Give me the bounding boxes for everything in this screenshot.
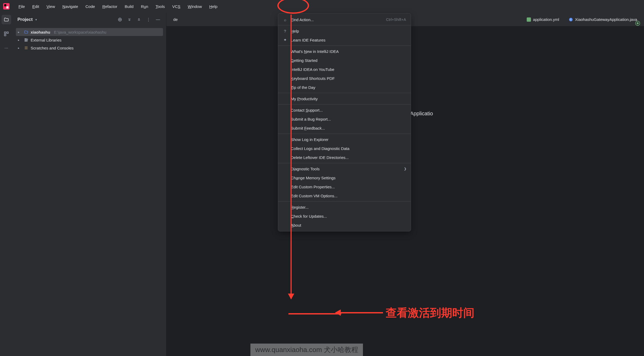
menu-edit-vm[interactable]: Edit Custom VM Options... [278,191,411,200]
menu-file[interactable]: File [15,3,29,10]
scratches-label: Scratches and Consoles [31,46,74,50]
menu-tools[interactable]: Tools [152,3,169,10]
menu-whats-new[interactable]: What's New in IntelliJ IDEA [278,47,411,56]
menu-about[interactable]: About [278,221,411,230]
menu-separator [278,45,411,46]
learn-icon: ✦ [282,38,288,42]
menu-vcs[interactable]: VCS [169,3,184,10]
editor-tab-de[interactable]: de [169,15,182,24]
structure-tool-button[interactable] [2,29,11,39]
more-tool-button[interactable]: ⋯ [2,43,11,53]
menu-register[interactable]: Register... [278,203,411,212]
help-dropdown: ⌕ Find Action... Ctrl+Shift+A ? Help ✦ L… [278,13,411,231]
svg-text:C: C [570,18,572,21]
svg-rect-4 [7,32,8,34]
menu-label: Edit Custom VM Options... [291,194,338,198]
menu-build[interactable]: Build [121,3,137,10]
menu-label: Learn IDE Features [291,38,325,42]
menu-label: Check for Updates... [291,214,327,218]
menu-label: Show Log in Explorer [291,137,329,142]
menu-bug-report[interactable]: Submit a Bug Report... [278,115,411,124]
svg-point-19 [637,22,638,24]
select-opened-file-button[interactable] [116,16,123,23]
expand-all-button[interactable] [126,16,133,23]
library-icon [24,38,29,42]
menu-label: Change Memory Settings [291,176,335,180]
left-rail: ⋯ [0,13,13,356]
svg-rect-3 [4,32,6,34]
yaml-icon [527,17,531,22]
app-logo-icon [3,3,10,10]
menu-separator [278,134,411,134]
menu-separator [278,93,411,93]
menu-feedback[interactable]: Submit Feedback... [278,124,411,133]
tab-label: application.yml [533,17,559,22]
menu-learn-ide[interactable]: ✦ Learn IDE Features [278,35,411,44]
tree-external-libs[interactable]: ▸ External Libraries [16,36,163,44]
menu-label: What's New in IntelliJ IDEA [291,49,339,54]
menu-label: Collect Logs and Diagnostic Data [291,146,349,151]
menu-find-action[interactable]: ⌕ Find Action... Ctrl+Shift+A [278,15,411,24]
menu-youtube[interactable]: IntelliJ IDEA on YouTube [278,65,411,74]
menu-tip-of-day[interactable]: Tip of the Day [278,83,411,92]
menu-productivity[interactable]: My Productivity [278,94,411,103]
menu-label: Getting Started [291,58,318,63]
menu-contact-support[interactable]: Contact Support... [278,106,411,115]
svg-rect-9 [25,39,26,42]
svg-rect-1 [4,4,6,6]
menu-delete-leftover[interactable]: Delete Leftover IDE Directories... [278,153,411,162]
project-options-button[interactable]: ⋮ [145,16,152,23]
menu-navigate[interactable]: Navigate [59,3,82,10]
menu-separator [278,163,411,163]
module-icon [24,30,29,34]
project-title[interactable]: Project [17,17,33,22]
chevron-down-icon[interactable]: ▾ [35,18,37,21]
collapse-all-button[interactable] [136,16,142,23]
project-panel: Project ▾ ⋮ — ▸ xiaohashu E:\java_worksp… [13,13,166,356]
menu-label: Help [291,29,299,33]
menu-label: My Productivity [291,97,318,101]
menu-label: Diagnostic Tools [291,167,320,171]
editor-tab-application-yml[interactable]: application.yml [522,15,563,24]
menu-view[interactable]: View [43,3,59,10]
expand-arrow-icon[interactable]: ▸ [18,46,22,50]
menu-separator [278,25,411,25]
root-name: xiaohashu [31,30,50,34]
expand-arrow-icon[interactable]: ▸ [18,30,22,34]
menu-label: Contact Support... [291,108,323,112]
menu-check-updates[interactable]: Check for Updates... [278,212,411,221]
java-class-icon: C [569,17,573,22]
menu-diag-tools[interactable]: Diagnostic Tools ❯ [278,164,411,173]
project-header: Project ▾ ⋮ — [13,13,166,26]
menu-label: IntelliJ IDEA on YouTube [291,67,334,72]
libs-label: External Libraries [31,38,62,42]
menu-edit[interactable]: Edit [29,3,43,10]
ai-assistant-button[interactable] [633,19,642,28]
menu-help[interactable]: Help [206,3,221,10]
menu-separator [278,201,411,202]
menu-run[interactable]: Run [137,3,152,10]
menu-label: Keyboard Shortcuts PDF [291,76,335,81]
menu-window[interactable]: Window [184,3,206,10]
menu-refactor[interactable]: Refactor [99,3,121,10]
hide-panel-button[interactable]: — [155,16,161,23]
menu-code[interactable]: Code [82,3,99,10]
menu-label: Tip of the Day [291,85,315,90]
menu-getting-started[interactable]: Getting Started [278,56,411,65]
menu-label: Delete Leftover IDE Directories... [291,155,349,160]
editor-tab-gateway[interactable]: C XiaohashuGatewayApplication.java [564,15,641,24]
menu-help-item[interactable]: ? Help [278,26,411,35]
menu-edit-props[interactable]: Edit Custom Properties... [278,182,411,191]
expand-arrow-icon[interactable]: ▸ [18,38,22,42]
menu-shortcuts-pdf[interactable]: Keyboard Shortcuts PDF [278,74,411,83]
menu-change-memory[interactable]: Change Memory Settings [278,173,411,182]
tree-root[interactable]: ▸ xiaohashu E:\java_workspace\xiaohashu [16,28,163,36]
menu-show-log[interactable]: Show Log in Explorer [278,135,411,144]
menu-label: About [291,223,301,227]
svg-rect-10 [26,39,27,42]
menu-collect-logs[interactable]: Collect Logs and Diagnostic Data [278,144,411,153]
submenu-arrow-icon: ❯ [404,167,407,171]
tree-scratches[interactable]: ▸ Scratches and Consoles [16,44,163,52]
project-tool-button[interactable] [2,15,11,24]
tab-label: de [173,17,178,22]
